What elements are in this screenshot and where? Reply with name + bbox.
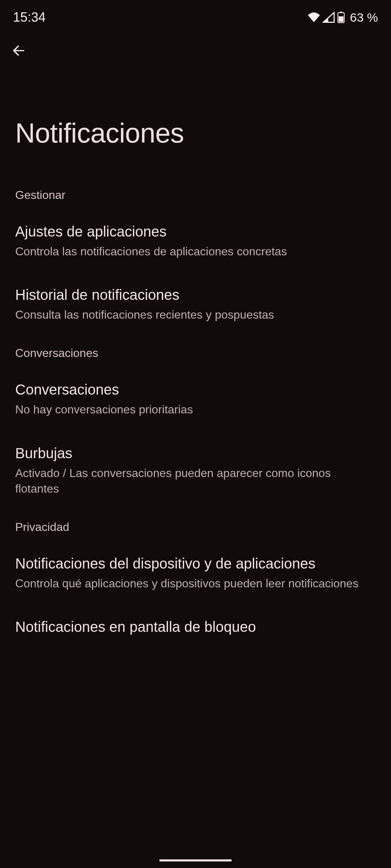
setting-lock-screen-notifications[interactable]: Notificaciones en pantalla de bloqueo <box>0 604 391 649</box>
status-right: 63 % <box>307 10 378 25</box>
setting-subtitle: Controla las notificaciones de aplicacio… <box>15 244 376 259</box>
section-gestionar: Gestionar Ajustes de aplicaciones Contro… <box>0 178 391 336</box>
section-header-conversaciones: Conversaciones <box>0 336 391 367</box>
arrow-back-icon <box>11 43 27 59</box>
setting-subtitle: No hay conversaciones prioritarias <box>15 402 376 417</box>
svg-rect-1 <box>340 12 342 13</box>
setting-subtitle: Controla qué aplicaciones y dispositivos… <box>15 576 376 591</box>
setting-title: Historial de notificaciones <box>15 285 376 304</box>
status-bar: 15:34 63 % <box>0 0 391 35</box>
wifi-icon <box>307 12 320 22</box>
svg-rect-2 <box>339 16 343 22</box>
navigation-bar-handle[interactable] <box>159 859 232 861</box>
setting-title: Notificaciones del dispositivo y de apli… <box>15 554 376 573</box>
status-time: 15:34 <box>13 10 46 25</box>
section-header-privacidad: Privacidad <box>0 510 391 541</box>
setting-device-app-notifications[interactable]: Notificaciones del dispositivo y de apli… <box>0 541 391 604</box>
setting-subtitle: Consulta las notificaciones recientes y … <box>15 307 376 323</box>
setting-bubbles[interactable]: Burbujas Activado / Las conversaciones p… <box>0 431 391 510</box>
section-header-gestionar: Gestionar <box>0 178 391 209</box>
setting-subtitle: Activado / Las conversaciones pueden apa… <box>15 465 376 497</box>
status-icons <box>307 12 345 23</box>
section-conversaciones: Conversaciones Conversaciones No hay con… <box>0 336 391 510</box>
setting-title: Burbujas <box>15 444 376 463</box>
setting-conversations[interactable]: Conversaciones No hay conversaciones pri… <box>0 367 391 430</box>
setting-app-settings[interactable]: Ajustes de aplicaciones Controla las not… <box>0 209 391 272</box>
section-privacidad: Privacidad Notificaciones del dispositiv… <box>0 510 391 649</box>
setting-title: Notificaciones en pantalla de bloqueo <box>15 617 376 636</box>
page-title: Notificaciones <box>0 67 391 178</box>
setting-title: Conversaciones <box>15 380 376 399</box>
battery-percentage: 63 % <box>350 10 378 25</box>
back-button[interactable] <box>10 42 28 59</box>
setting-notification-history[interactable]: Historial de notificaciones Consulta las… <box>0 272 391 336</box>
setting-title: Ajustes de aplicaciones <box>15 222 376 241</box>
header <box>0 35 391 67</box>
signal-icon <box>323 12 335 23</box>
battery-icon <box>337 12 345 23</box>
